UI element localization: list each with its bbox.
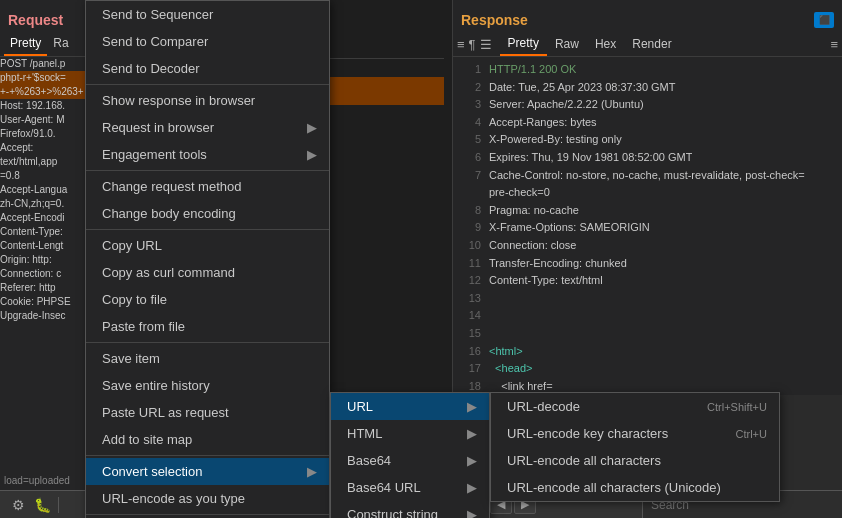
menu-copy-curl[interactable]: Copy as curl command [86, 259, 329, 286]
separator-4 [86, 342, 329, 343]
resp-line-17: 17 <head> [461, 360, 834, 378]
menu-url-encode-type[interactable]: URL-encode as you type [86, 485, 329, 512]
resp-line-10: 10Connection: close [461, 237, 834, 255]
menu-show-response[interactable]: Show response in browser [86, 87, 329, 114]
shortcut: Ctrl+U [736, 428, 767, 440]
req-line-17: Referer: http [0, 281, 89, 295]
arrow-icon: ▶ [467, 453, 477, 468]
resp-line-2: 2Date: Tue, 25 Apr 2023 08:37:30 GMT [461, 79, 834, 97]
menu-label: Change request method [102, 179, 241, 194]
menu-label: Save item [102, 351, 160, 366]
menu-label: Engagement tools [102, 147, 207, 162]
menu-label: URL-encode as you type [102, 491, 245, 506]
resp-icon-menu: ☰ [480, 37, 492, 52]
menu-label: URL-encode key characters [507, 426, 668, 441]
menu-send-sequencer[interactable]: Send to Sequencer [86, 1, 329, 28]
menu-url[interactable]: URL ▶ [331, 393, 489, 420]
tab-pretty-response[interactable]: Pretty [500, 32, 547, 56]
menu-label: URL-decode [507, 399, 580, 414]
menu-label: Save entire history [102, 378, 210, 393]
hex-icon[interactable]: ⬛ [814, 12, 834, 28]
request-tabs: Pretty Ra [0, 32, 89, 57]
tab-raw-request[interactable]: Ra [47, 32, 74, 56]
menu-change-encoding[interactable]: Change body encoding [86, 200, 329, 227]
arrow-icon: ▶ [467, 507, 477, 518]
separator-1 [86, 84, 329, 85]
menu-copy-url[interactable]: Copy URL [86, 232, 329, 259]
toolbar-separator [58, 497, 59, 513]
request-title: Request [0, 0, 89, 32]
menu-label: Base64 URL [347, 480, 421, 495]
separator-5 [86, 455, 329, 456]
response-panel: Response ⬛ ≡ ¶ ☰ Pretty Raw Hex Render ≡… [452, 0, 842, 395]
arrow-icon: ▶ [467, 480, 477, 495]
tab-hex-response[interactable]: Hex [587, 33, 624, 55]
menu-engagement-tools[interactable]: Engagement tools ▶ [86, 141, 329, 168]
req-line-1: POST /panel.p [0, 57, 89, 71]
arrow-icon: ▶ [467, 399, 477, 414]
resp-line-3: 3Server: Apache/2.2.22 (Ubuntu) [461, 96, 834, 114]
menu-html[interactable]: HTML ▶ [331, 420, 489, 447]
resp-line-14: 14 [461, 307, 834, 325]
debug-icon[interactable]: 🐛 [32, 495, 52, 515]
menu-label: Send to Comparer [102, 34, 208, 49]
menu-send-comparer[interactable]: Send to Comparer [86, 28, 329, 55]
menu-label: Show response in browser [102, 93, 255, 108]
menu-label: Change body encoding [102, 206, 236, 221]
menu-paste-url[interactable]: Paste URL as request [86, 399, 329, 426]
resp-line-1: 1HTTP/1.1 200 OK [461, 61, 834, 79]
menu-label: URL-encode all characters (Unicode) [507, 480, 721, 495]
tab-render-response[interactable]: Render [624, 33, 679, 55]
req-line-12: Accept-Encodi [0, 211, 89, 225]
response-title: Response ⬛ [453, 0, 842, 32]
resp-line-8: 8Pragma: no-cache [461, 202, 834, 220]
menu-save-item[interactable]: Save item [86, 345, 329, 372]
load-status: load=uploaded [4, 475, 70, 486]
menu-paste-file[interactable]: Paste from file [86, 313, 329, 340]
req-line-7: Accept: [0, 141, 89, 155]
menu-label: URL [347, 399, 373, 414]
menu-save-history[interactable]: Save entire history [86, 372, 329, 399]
tab-raw-response[interactable]: Raw [547, 33, 587, 55]
menu-label: URL-encode all characters [507, 453, 661, 468]
menu-label: Request in browser [102, 120, 214, 135]
menu-label: Send to Decoder [102, 61, 200, 76]
response-tabs: ≡ ¶ ☰ Pretty Raw Hex Render ≡ [453, 32, 842, 57]
menu-url-encode-unicode[interactable]: URL-encode all characters (Unicode) [491, 474, 779, 501]
arrow-icon: ▶ [307, 120, 317, 135]
resp-line-9: 9X-Frame-Options: SAMEORIGIN [461, 219, 834, 237]
resp-icon-para: ¶ [469, 37, 476, 52]
menu-request-browser[interactable]: Request in browser ▶ [86, 114, 329, 141]
req-line-9: =0.8 [0, 169, 89, 183]
menu-url-decode[interactable]: URL-decode Ctrl+Shift+U [491, 393, 779, 420]
menu-send-decoder[interactable]: Send to Decoder [86, 55, 329, 82]
menu-label: Copy URL [102, 238, 162, 253]
menu-label: Paste URL as request [102, 405, 229, 420]
separator-2 [86, 170, 329, 171]
menu-convert-selection[interactable]: Convert selection ▶ [86, 458, 329, 485]
arrow-icon: ▶ [307, 147, 317, 162]
resp-line-15: 15 [461, 325, 834, 343]
menu-construct-string[interactable]: Construct string ▶ [331, 501, 489, 518]
menu-add-site-map[interactable]: Add to site map [86, 426, 329, 453]
menu-url-encode-key[interactable]: URL-encode key characters Ctrl+U [491, 420, 779, 447]
tab-pretty-request[interactable]: Pretty [4, 32, 47, 56]
menu-base64[interactable]: Base64 ▶ [331, 447, 489, 474]
settings-icon[interactable]: ⚙ [8, 495, 28, 515]
response-title-text: Response [461, 12, 528, 28]
resp-line-11: 11Transfer-Encoding: chunked [461, 255, 834, 273]
separator-3 [86, 229, 329, 230]
response-icon-wrap: ≡ [830, 37, 838, 52]
resp-line-13: 13 [461, 290, 834, 308]
resp-line-7: 7Cache-Control: no-store, no-cache, must… [461, 167, 834, 185]
menu-label: Paste from file [102, 319, 185, 334]
resp-icon-lines: ≡ [457, 37, 465, 52]
menu-url-encode-all[interactable]: URL-encode all characters [491, 447, 779, 474]
req-line-14: Content-Lengt [0, 239, 89, 253]
req-line-11: zh-CN,zh;q=0. [0, 197, 89, 211]
req-line-16: Connection: c [0, 267, 89, 281]
menu-base64url[interactable]: Base64 URL ▶ [331, 474, 489, 501]
menu-copy-file[interactable]: Copy to file [86, 286, 329, 313]
menu-label: Send to Sequencer [102, 7, 213, 22]
menu-change-method[interactable]: Change request method [86, 173, 329, 200]
